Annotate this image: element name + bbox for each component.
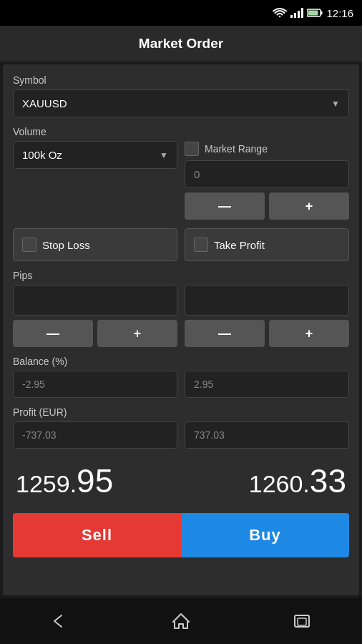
symbol-dropdown[interactable]: XAUUSD ▼ (13, 89, 349, 117)
profit-left-value: -737.03 (13, 421, 177, 449)
pips-left-plus-btn[interactable]: + (97, 320, 177, 347)
page-title: Market Order (0, 36, 362, 52)
pips-right-steppers: — + (185, 320, 349, 347)
status-bar: 12:16 (0, 0, 362, 26)
back-icon (50, 613, 70, 630)
buy-price-main: 1260. (249, 470, 310, 498)
svg-rect-0 (290, 15, 293, 18)
balance-section: Balance (%) -2.95 2.95 (13, 356, 349, 398)
status-icons: 12:16 (273, 7, 353, 19)
market-range-header: Market Range (185, 142, 349, 156)
balance-left-value: -2.95 (13, 371, 177, 398)
profit-right-value: 737.03 (185, 421, 349, 449)
home-icon (172, 613, 190, 630)
buy-price-decimal: 33 (310, 462, 346, 500)
svg-rect-9 (298, 618, 306, 625)
stop-loss-checkbox[interactable] (22, 238, 36, 252)
balance-values-row: -2.95 2.95 (13, 371, 349, 398)
volume-label: Volume (13, 126, 177, 137)
pips-right-plus-btn[interactable]: + (269, 320, 349, 347)
volume-dropdown[interactable]: 100k Oz ▼ (13, 141, 177, 169)
buy-button[interactable]: Buy (181, 513, 349, 557)
balance-label: Balance (%) (13, 356, 349, 367)
svg-rect-6 (308, 11, 318, 16)
pips-left-minus-btn[interactable]: — (13, 320, 93, 347)
main-content: Symbol XAUUSD ▼ Volume 100k Oz ▼ Market … (3, 64, 359, 595)
pips-label: Pips (13, 270, 349, 281)
signal-icon (290, 8, 303, 18)
plus-icon-pr: + (305, 327, 313, 340)
market-range-label: Market Range (205, 143, 268, 155)
nav-bar (0, 598, 362, 644)
market-range-steppers: — + (185, 192, 349, 220)
recents-button[interactable] (280, 607, 323, 635)
minus-icon: — (218, 200, 231, 213)
recents-icon (293, 613, 311, 630)
symbol-section: Symbol XAUUSD ▼ (13, 74, 349, 117)
plus-icon-pl: + (134, 327, 142, 340)
app-container: Market Order Symbol XAUUSD ▼ Volume 100k… (0, 26, 362, 598)
sl-tp-row: Stop Loss Take Profit (13, 228, 349, 261)
pips-inputs-row (13, 285, 349, 316)
market-range-input[interactable]: 0 (185, 160, 349, 188)
pips-right-minus-btn[interactable]: — (185, 320, 265, 347)
stop-loss-label: Stop Loss (42, 239, 90, 251)
plus-icon: + (305, 200, 313, 213)
pips-left-steppers: — + (13, 320, 177, 347)
svg-rect-1 (294, 13, 296, 18)
title-bar: Market Order (0, 26, 362, 62)
pips-section: Pips — + — (13, 270, 349, 347)
profit-section: Profit (EUR) -737.03 737.03 (13, 406, 349, 449)
volume-market-row: Volume 100k Oz ▼ Market Range 0 — + (13, 126, 349, 220)
take-profit-label: Take Profit (214, 239, 265, 251)
home-button[interactable] (160, 607, 202, 635)
market-range-plus-btn[interactable]: + (269, 192, 349, 220)
sell-button[interactable]: Sell (13, 513, 181, 557)
pips-left-input[interactable] (13, 285, 177, 316)
wifi-icon (273, 8, 287, 18)
back-button[interactable] (39, 607, 82, 635)
minus-icon-pl: — (47, 327, 59, 340)
volume-section: Volume 100k Oz ▼ (13, 126, 177, 169)
svg-rect-2 (298, 11, 300, 18)
minus-icon-pr: — (218, 327, 231, 340)
symbol-dropdown-arrow: ▼ (331, 99, 340, 109)
battery-icon (307, 8, 323, 18)
market-range-checkbox[interactable] (185, 142, 199, 156)
market-range-minus-btn[interactable]: — (185, 192, 265, 220)
profit-values-row: -737.03 737.03 (13, 421, 349, 449)
pips-steppers-row: — + — + (13, 320, 349, 347)
sell-price-decimal: 95 (77, 462, 113, 500)
action-row: Sell Buy (13, 513, 349, 557)
profit-label: Profit (EUR) (13, 406, 349, 418)
stop-loss-toggle[interactable]: Stop Loss (13, 228, 177, 261)
symbol-label: Symbol (13, 74, 349, 86)
price-row: 1259. 95 1260. 33 (13, 457, 349, 504)
price-right: 1260. 33 (249, 462, 346, 500)
svg-rect-3 (301, 8, 303, 18)
market-range-section: Market Range 0 — + (185, 142, 349, 220)
take-profit-toggle[interactable]: Take Profit (185, 228, 349, 261)
svg-marker-7 (173, 614, 189, 628)
price-left: 1259. 95 (16, 462, 113, 500)
volume-dropdown-arrow: ▼ (160, 150, 168, 160)
status-time: 12:16 (326, 7, 353, 19)
sell-price-main: 1259. (16, 470, 77, 498)
pips-right-input[interactable] (185, 285, 349, 316)
balance-right-value: 2.95 (185, 371, 349, 398)
svg-rect-5 (321, 11, 323, 15)
symbol-value: XAUUSD (22, 97, 67, 109)
take-profit-checkbox[interactable] (194, 238, 208, 252)
volume-value: 100k Oz (22, 149, 62, 161)
